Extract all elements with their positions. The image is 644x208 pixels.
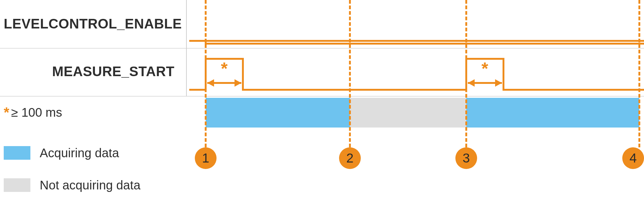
acquiring-bar bbox=[206, 98, 350, 128]
event-marker-line bbox=[349, 0, 351, 147]
svg-marker-5 bbox=[495, 79, 502, 87]
signal-label-levelcontrol-enable: LEVELCONTROL_ENABLE bbox=[4, 16, 182, 32]
timing-diagram: LEVELCONTROL_ENABLE MEASURE_START *≥ 100… bbox=[0, 0, 644, 208]
event-marker-line bbox=[638, 0, 640, 147]
event-marker-1: 1 bbox=[195, 147, 217, 169]
signal-label-measure-start: MEASURE_START bbox=[52, 64, 174, 79]
event-marker-line bbox=[205, 0, 207, 147]
svg-marker-2 bbox=[235, 79, 241, 87]
footnote-pulse-duration: *≥ 100 ms bbox=[4, 104, 62, 121]
asterisk-icon: * bbox=[221, 58, 228, 78]
event-marker-2: 2 bbox=[339, 147, 361, 169]
svg-marker-4 bbox=[468, 79, 475, 87]
event-marker-3: 3 bbox=[455, 147, 477, 169]
row-divider bbox=[0, 48, 644, 49]
asterisk-icon: * bbox=[4, 104, 9, 120]
not-acquiring-bar bbox=[350, 98, 466, 128]
pulse-width-arrow bbox=[207, 79, 241, 87]
row-divider bbox=[0, 96, 644, 97]
event-marker-line bbox=[465, 0, 467, 147]
acquiring-bar bbox=[466, 98, 639, 128]
legend-label-acquiring: Acquiring data bbox=[40, 146, 119, 160]
waveform-levelcontrol-enable bbox=[189, 41, 644, 44]
event-marker-4: 4 bbox=[622, 147, 644, 169]
asterisk-icon: * bbox=[481, 58, 488, 78]
footnote-text: ≥ 100 ms bbox=[11, 106, 62, 119]
svg-marker-1 bbox=[207, 79, 214, 87]
legend-label-not-acquiring: Not acquiring data bbox=[40, 178, 141, 192]
legend-swatch-not-acquiring bbox=[4, 178, 30, 192]
waveform-measure-start bbox=[189, 59, 644, 90]
label-column-divider bbox=[186, 0, 187, 96]
legend-swatch-acquiring bbox=[4, 146, 30, 160]
pulse-width-arrow bbox=[468, 79, 502, 87]
